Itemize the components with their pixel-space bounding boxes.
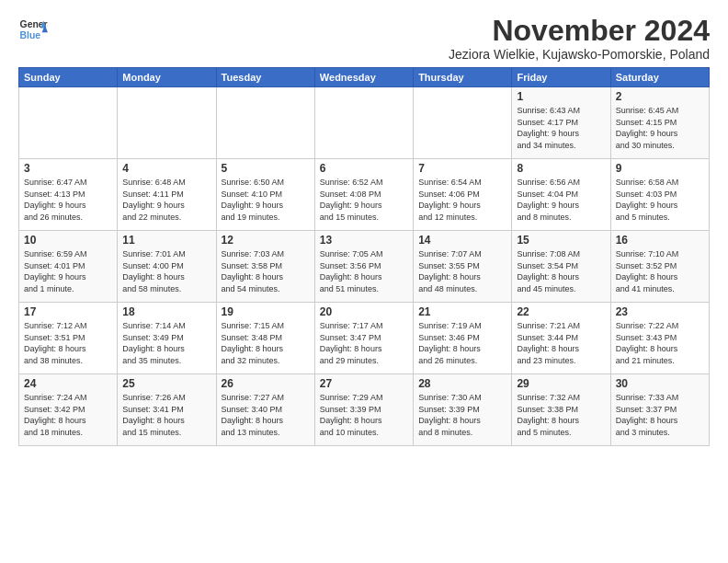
day-cell: 28Sunrise: 7:30 AM Sunset: 3:39 PM Dayli…: [414, 374, 512, 446]
header: General Blue November 2024 Jeziora Wielk…: [18, 15, 710, 62]
day-info: Sunrise: 7:12 AM Sunset: 3:51 PM Dayligh…: [24, 320, 112, 366]
day-info: Sunrise: 7:30 AM Sunset: 3:39 PM Dayligh…: [418, 392, 506, 438]
week-row-4: 17Sunrise: 7:12 AM Sunset: 3:51 PM Dayli…: [19, 303, 710, 374]
day-info: Sunrise: 7:05 AM Sunset: 3:56 PM Dayligh…: [320, 248, 408, 294]
day-number: 25: [122, 377, 210, 390]
day-info: Sunrise: 7:15 AM Sunset: 3:48 PM Dayligh…: [222, 320, 310, 366]
day-cell: 21Sunrise: 7:19 AM Sunset: 3:46 PM Dayli…: [414, 303, 512, 374]
logo-icon: General Blue: [18, 15, 48, 44]
day-number: 13: [320, 234, 408, 247]
day-cell: 9Sunrise: 6:58 AM Sunset: 4:03 PM Daylig…: [610, 159, 709, 231]
day-number: 9: [616, 162, 704, 175]
day-cell: 30Sunrise: 7:33 AM Sunset: 3:37 PM Dayli…: [610, 374, 709, 446]
day-info: Sunrise: 7:29 AM Sunset: 3:39 PM Dayligh…: [320, 392, 408, 438]
day-number: 3: [24, 162, 112, 175]
day-number: 8: [517, 162, 605, 175]
day-cell: 5Sunrise: 6:50 AM Sunset: 4:10 PM Daylig…: [216, 159, 314, 231]
week-row-1: 1Sunrise: 6:43 AM Sunset: 4:17 PM Daylig…: [19, 87, 710, 159]
day-number: 7: [418, 162, 506, 175]
day-cell: 4Sunrise: 6:48 AM Sunset: 4:11 PM Daylig…: [118, 159, 216, 231]
header-row: Sunday Monday Tuesday Wednesday Thursday…: [19, 68, 710, 87]
day-cell: 17Sunrise: 7:12 AM Sunset: 3:51 PM Dayli…: [19, 303, 118, 374]
day-number: 11: [122, 234, 210, 247]
day-info: Sunrise: 7:08 AM Sunset: 3:54 PM Dayligh…: [517, 248, 605, 294]
day-number: 15: [517, 234, 605, 247]
day-cell: 27Sunrise: 7:29 AM Sunset: 3:39 PM Dayli…: [314, 374, 413, 446]
day-cell: 14Sunrise: 7:07 AM Sunset: 3:55 PM Dayli…: [414, 231, 512, 303]
day-info: Sunrise: 6:47 AM Sunset: 4:13 PM Dayligh…: [24, 177, 112, 223]
day-number: 5: [222, 162, 310, 175]
day-info: Sunrise: 7:17 AM Sunset: 3:47 PM Dayligh…: [320, 320, 408, 366]
day-number: 29: [517, 377, 605, 390]
month-title: November 2024: [449, 15, 710, 47]
day-cell: 13Sunrise: 7:05 AM Sunset: 3:56 PM Dayli…: [314, 231, 413, 303]
day-number: 14: [418, 234, 506, 247]
day-cell: 25Sunrise: 7:26 AM Sunset: 3:41 PM Dayli…: [118, 374, 216, 446]
day-info: Sunrise: 7:24 AM Sunset: 3:42 PM Dayligh…: [24, 392, 112, 438]
day-info: Sunrise: 6:58 AM Sunset: 4:03 PM Dayligh…: [616, 177, 704, 223]
day-number: 27: [320, 377, 408, 390]
day-cell: 19Sunrise: 7:15 AM Sunset: 3:48 PM Dayli…: [216, 303, 314, 374]
day-info: Sunrise: 7:22 AM Sunset: 3:43 PM Dayligh…: [616, 320, 704, 366]
day-info: Sunrise: 7:10 AM Sunset: 3:52 PM Dayligh…: [616, 248, 704, 294]
day-info: Sunrise: 7:32 AM Sunset: 3:38 PM Dayligh…: [517, 392, 605, 438]
day-number: 20: [320, 305, 408, 318]
day-number: 17: [24, 305, 112, 318]
day-info: Sunrise: 6:54 AM Sunset: 4:06 PM Dayligh…: [418, 177, 506, 223]
day-cell: 29Sunrise: 7:32 AM Sunset: 3:38 PM Dayli…: [512, 374, 610, 446]
day-number: 26: [222, 377, 310, 390]
header-wednesday: Wednesday: [314, 68, 413, 87]
day-cell: [118, 87, 216, 159]
day-info: Sunrise: 7:26 AM Sunset: 3:41 PM Dayligh…: [122, 392, 210, 438]
week-row-5: 24Sunrise: 7:24 AM Sunset: 3:42 PM Dayli…: [19, 374, 710, 446]
day-info: Sunrise: 6:43 AM Sunset: 4:17 PM Dayligh…: [517, 105, 605, 151]
day-cell: 18Sunrise: 7:14 AM Sunset: 3:49 PM Dayli…: [118, 303, 216, 374]
day-info: Sunrise: 6:52 AM Sunset: 4:08 PM Dayligh…: [320, 177, 408, 223]
day-info: Sunrise: 6:48 AM Sunset: 4:11 PM Dayligh…: [122, 177, 210, 223]
day-info: Sunrise: 6:50 AM Sunset: 4:10 PM Dayligh…: [222, 177, 310, 223]
day-cell: 22Sunrise: 7:21 AM Sunset: 3:44 PM Dayli…: [512, 303, 610, 374]
day-cell: 12Sunrise: 7:03 AM Sunset: 3:58 PM Dayli…: [216, 231, 314, 303]
day-cell: 10Sunrise: 6:59 AM Sunset: 4:01 PM Dayli…: [19, 231, 118, 303]
day-number: 1: [517, 90, 605, 103]
day-cell: 1Sunrise: 6:43 AM Sunset: 4:17 PM Daylig…: [512, 87, 610, 159]
day-number: 24: [24, 377, 112, 390]
day-info: Sunrise: 6:56 AM Sunset: 4:04 PM Dayligh…: [517, 177, 605, 223]
day-cell: 2Sunrise: 6:45 AM Sunset: 4:15 PM Daylig…: [610, 87, 709, 159]
week-row-3: 10Sunrise: 6:59 AM Sunset: 4:01 PM Dayli…: [19, 231, 710, 303]
day-number: 2: [616, 90, 704, 103]
day-info: Sunrise: 7:33 AM Sunset: 3:37 PM Dayligh…: [616, 392, 704, 438]
day-info: Sunrise: 7:01 AM Sunset: 4:00 PM Dayligh…: [122, 248, 210, 294]
day-number: 10: [24, 234, 112, 247]
day-cell: 20Sunrise: 7:17 AM Sunset: 3:47 PM Dayli…: [314, 303, 413, 374]
header-friday: Friday: [512, 68, 610, 87]
day-number: 30: [616, 377, 704, 390]
day-cell: [314, 87, 413, 159]
day-cell: 16Sunrise: 7:10 AM Sunset: 3:52 PM Dayli…: [610, 231, 709, 303]
title-area: November 2024 Jeziora Wielkie, Kujawsko-…: [449, 15, 710, 62]
day-cell: 11Sunrise: 7:01 AM Sunset: 4:00 PM Dayli…: [118, 231, 216, 303]
day-cell: [216, 87, 314, 159]
day-number: 21: [418, 305, 506, 318]
day-info: Sunrise: 6:45 AM Sunset: 4:15 PM Dayligh…: [616, 105, 704, 151]
location-title: Jeziora Wielkie, Kujawsko-Pomorskie, Pol…: [449, 47, 710, 62]
header-sunday: Sunday: [19, 68, 118, 87]
day-number: 23: [616, 305, 704, 318]
day-cell: 26Sunrise: 7:27 AM Sunset: 3:40 PM Dayli…: [216, 374, 314, 446]
header-saturday: Saturday: [610, 68, 709, 87]
day-info: Sunrise: 6:59 AM Sunset: 4:01 PM Dayligh…: [24, 248, 112, 294]
day-info: Sunrise: 7:14 AM Sunset: 3:49 PM Dayligh…: [122, 320, 210, 366]
week-row-2: 3Sunrise: 6:47 AM Sunset: 4:13 PM Daylig…: [19, 159, 710, 231]
day-cell: 8Sunrise: 6:56 AM Sunset: 4:04 PM Daylig…: [512, 159, 610, 231]
day-number: 6: [320, 162, 408, 175]
day-cell: 24Sunrise: 7:24 AM Sunset: 3:42 PM Dayli…: [19, 374, 118, 446]
logo: General Blue: [18, 15, 48, 44]
header-tuesday: Tuesday: [216, 68, 314, 87]
day-info: Sunrise: 7:27 AM Sunset: 3:40 PM Dayligh…: [222, 392, 310, 438]
svg-text:Blue: Blue: [20, 30, 41, 40]
day-number: 18: [122, 305, 210, 318]
day-cell: 3Sunrise: 6:47 AM Sunset: 4:13 PM Daylig…: [19, 159, 118, 231]
day-cell: 7Sunrise: 6:54 AM Sunset: 4:06 PM Daylig…: [414, 159, 512, 231]
day-cell: [414, 87, 512, 159]
day-info: Sunrise: 7:07 AM Sunset: 3:55 PM Dayligh…: [418, 248, 506, 294]
